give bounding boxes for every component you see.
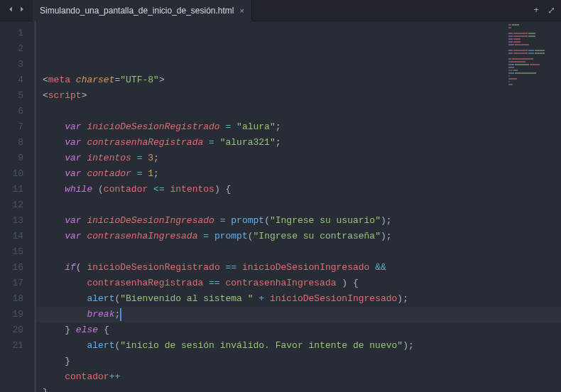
line-number: 4 (0, 72, 23, 88)
text-cursor (120, 308, 121, 321)
code-line[interactable] (36, 197, 561, 213)
line-number: 13 (0, 213, 23, 229)
expand-icon[interactable]: ⤢ (548, 5, 555, 16)
line-number: 3 (0, 57, 23, 72)
code-line[interactable]: var contrasenhaRegistrada = "alura321"; (36, 135, 561, 151)
titlebar-actions: + ⤢ (528, 5, 561, 16)
code-line[interactable]: var inicioDeSesionIngresado = prompt("In… (36, 213, 561, 229)
tab-filename: Simulando_una_pantalla_de_inicio_de_sesi… (40, 6, 234, 16)
code-line[interactable]: <script> (36, 88, 561, 104)
line-number: 11 (0, 182, 23, 197)
line-number: 1 (0, 26, 23, 41)
tab-close-icon[interactable]: × (240, 6, 244, 15)
code-line[interactable]: <meta charset="UTF-8"> (36, 72, 561, 88)
code-line[interactable]: var inicioDeSesionRegistrado = "alura"; (36, 119, 561, 135)
line-number: 5 (0, 88, 23, 104)
add-tab-icon[interactable]: + (533, 5, 539, 16)
nav-forward-icon[interactable] (17, 4, 27, 17)
nav-back-icon[interactable] (6, 4, 16, 17)
code-line[interactable]: } (36, 385, 561, 392)
line-number: 2 (0, 41, 23, 57)
line-number: 19 (0, 307, 23, 322)
code-line[interactable]: var contrasenhaIngresada = prompt("Ingre… (36, 229, 561, 244)
nav-arrows (0, 4, 33, 17)
code-line[interactable]: alert("inicio de sesión inválido. Favor … (36, 338, 561, 354)
code-line[interactable]: } (36, 354, 561, 369)
code-line[interactable] (36, 104, 561, 119)
line-number: 12 (0, 197, 23, 213)
line-number: 18 (0, 291, 23, 307)
code-line[interactable]: if( inicioDeSesionRegistrado == inicioDe… (36, 260, 561, 276)
line-number: 8 (0, 135, 23, 151)
code-line[interactable]: var intentos = 3; (36, 151, 561, 166)
code-line[interactable]: contador++ (36, 369, 561, 385)
code-line[interactable]: while (contador <= intentos) { (36, 182, 561, 197)
editor: 123456789101112131415161718192021 <meta … (0, 21, 561, 392)
code-area[interactable]: <meta charset="UTF-8"><script> var inici… (36, 21, 561, 392)
line-number: 15 (0, 244, 23, 260)
code-line[interactable]: contrasenhaRegistrada == contrasenhaIngr… (36, 276, 561, 291)
code-line[interactable]: } else { (36, 322, 561, 338)
line-number: 10 (0, 166, 23, 182)
titlebar: Simulando_una_pantalla_de_inicio_de_sesi… (0, 0, 561, 21)
code-line[interactable] (36, 244, 561, 260)
file-tab[interactable]: Simulando_una_pantalla_de_inicio_de_sesi… (33, 0, 252, 21)
line-number: 7 (0, 119, 23, 135)
line-number: 20 (0, 322, 23, 338)
line-number: 9 (0, 151, 23, 166)
code-line[interactable]: alert("Bienvenido al sistema " + inicioD… (36, 291, 561, 307)
line-number: 16 (0, 260, 23, 276)
line-number: 17 (0, 276, 23, 291)
line-number: 21 (0, 338, 23, 354)
code-line[interactable]: var contador = 1; (36, 166, 561, 182)
line-number-gutter: 123456789101112131415161718192021 (0, 21, 36, 392)
line-number: 6 (0, 104, 23, 119)
line-number: 14 (0, 229, 23, 244)
code-line[interactable]: break; (36, 307, 561, 322)
